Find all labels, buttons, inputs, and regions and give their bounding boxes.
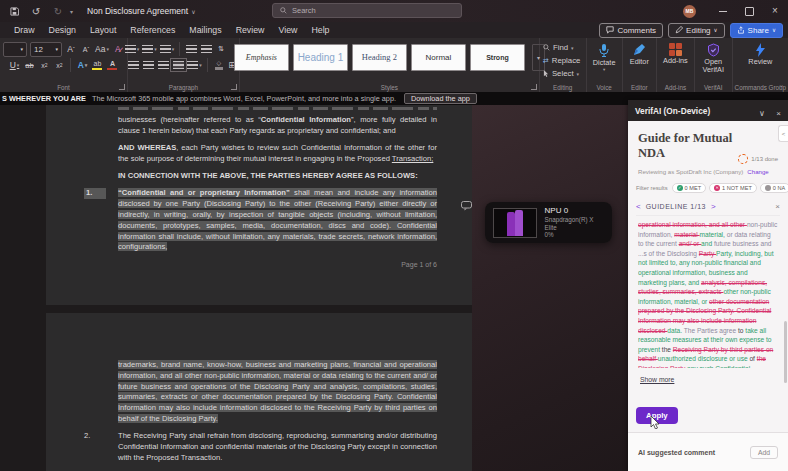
avatar[interactable]: MB [683, 5, 696, 18]
verifai-group-label: VerifAI [695, 84, 732, 91]
editing-mode-dropdown[interactable]: Editing∨ [668, 23, 725, 38]
quick-access-chevron-icon[interactable]: ▾ [70, 8, 73, 15]
editor-group-label: Editor [623, 84, 656, 91]
microphone-icon [598, 43, 610, 58]
styles-dialog-launcher-icon[interactable] [531, 84, 537, 90]
collapse-ribbon-chevron-icon[interactable]: ⌄ [778, 81, 784, 89]
superscript-button[interactable]: x2 [53, 58, 65, 72]
paragraph-businesses: businesses (hereinafter referred to as “… [118, 115, 437, 137]
tab-help[interactable]: Help [311, 25, 329, 35]
strikethrough-button[interactable]: ab [23, 58, 35, 72]
open-verifai-button[interactable]: Open VerifAI [698, 43, 729, 74]
redo-icon[interactable]: ↻ [50, 3, 66, 19]
panel-collapse-handle[interactable]: < [778, 125, 788, 142]
change-case-button[interactable]: Aa▾ [95, 42, 109, 56]
tab-review[interactable]: Review [236, 25, 265, 35]
minimize-button[interactable] [710, 0, 736, 22]
document-title[interactable]: Non Disclosure Agreement∨ [87, 6, 196, 16]
review-command-button[interactable]: Review [748, 43, 772, 66]
replace-button[interactable]: ⇄Replace [543, 54, 580, 67]
npu-name: NPU 0 [545, 206, 604, 216]
comments-button[interactable]: Comments [599, 23, 663, 38]
align-center-button[interactable] [142, 58, 154, 72]
show-more-link[interactable]: Show more [640, 376, 674, 383]
shading-button[interactable]: ◇ [213, 58, 225, 72]
numbered-list-button[interactable]: ▾ [142, 42, 157, 56]
find-button[interactable]: Find▾ [543, 41, 574, 54]
paragraph-in-connection: IN CONNECTION WITH THE ABOVE, THE PARTIE… [118, 171, 437, 182]
style-heading2[interactable]: Heading 2 [352, 44, 407, 71]
font-size-combo[interactable]: 12▾ [30, 42, 62, 57]
undo-icon[interactable]: ↺ [28, 3, 44, 19]
save-icon[interactable] [6, 3, 22, 19]
style-strong[interactable]: Strong [470, 44, 525, 71]
list-number: 2. [84, 431, 90, 442]
download-app-button[interactable]: Download the app [404, 93, 477, 104]
document-page-2[interactable]: trademarks, brand name, know-how, busine… [46, 313, 472, 471]
filter-met-pill[interactable]: ✓0 MET [672, 183, 706, 193]
change-link[interactable]: Change [747, 168, 768, 175]
line-spacing-button[interactable]: ▾ [187, 58, 202, 72]
tab-design[interactable]: Design [49, 25, 76, 35]
text-effects-button[interactable]: A▾ [76, 58, 88, 72]
select-button[interactable]: Select▾ [543, 67, 579, 80]
align-left-button[interactable] [127, 58, 139, 72]
clear-formatting-button[interactable]: A̷ [112, 42, 124, 56]
panel-chevron-down-icon[interactable]: ∨ [759, 109, 765, 118]
align-right-button[interactable] [157, 58, 169, 72]
font-dialog-launcher-icon[interactable] [119, 84, 125, 90]
list-item-2: 2. The Receiving Party shall refrain fro… [118, 431, 437, 463]
search-input[interactable]: Search [272, 3, 462, 18]
npu-monitor-widget[interactable]: NPU 0 Snapdragon(R) X Elite 0% [485, 202, 612, 243]
guideline-next-icon[interactable]: > [711, 202, 716, 211]
share-button[interactable]: Share∨ [730, 23, 783, 38]
page-indicator: Page 1 of 6 [118, 260, 437, 271]
lightning-icon [755, 43, 766, 57]
find-icon [543, 44, 550, 51]
editor-button[interactable]: Editor [630, 43, 649, 66]
bullet-list-button[interactable]: ▾ [125, 42, 140, 56]
sort-button[interactable]: ⇅ [215, 42, 227, 56]
comment-anchor-icon[interactable] [461, 197, 472, 215]
underline-button[interactable]: U▾ [8, 58, 20, 72]
guideline-prev-icon[interactable]: < [636, 202, 641, 211]
tab-mailings[interactable]: Mailings [189, 25, 221, 35]
mouse-cursor-icon [650, 415, 660, 433]
addins-button[interactable]: Add-ins [663, 43, 688, 65]
decrease-indent-button[interactable] [185, 42, 197, 56]
close-button[interactable]: × [762, 0, 788, 22]
document-page-1[interactable]: businesses (hereinafter referred to as “… [46, 105, 472, 305]
paragraph-dialog-launcher-icon[interactable] [231, 84, 237, 90]
font-name-combo[interactable]: ▾ [3, 42, 27, 57]
increase-indent-button[interactable] [200, 42, 212, 56]
tab-references[interactable]: References [130, 25, 175, 35]
filter-not-met-pill[interactable]: ✕1 NOT MET [709, 183, 757, 193]
dictate-button[interactable]: Dictate ▾ [593, 43, 616, 73]
style-emphasis[interactable]: Emphasis [234, 44, 289, 71]
style-normal[interactable]: Normal [411, 44, 466, 71]
guideline-close-icon[interactable]: × [775, 202, 780, 211]
justify-button[interactable] [172, 58, 184, 72]
add-comment-button[interactable]: Add [750, 446, 778, 459]
tab-layout[interactable]: Layout [90, 25, 116, 35]
tab-draw[interactable]: Draw [14, 25, 35, 35]
highlight-color-button[interactable]: ab [91, 58, 103, 72]
maximize-button[interactable] [736, 0, 762, 22]
tab-view[interactable]: View [278, 25, 297, 35]
reviewing-as-line: Reviewing as SpotDraft Inc (Company)Chan… [638, 168, 788, 175]
verifai-panel-body: < Guide for Mutual NDA 1/13 done Reviewi… [628, 121, 788, 471]
panel-close-icon[interactable]: × [776, 109, 781, 118]
grow-font-button[interactable]: Aˆ [65, 42, 77, 56]
shrink-font-button[interactable]: Aˇ [80, 42, 92, 56]
ribbon: ▾ 12▾ Aˆ Aˇ Aa▾ A̷ U▾ ab x2 x2 A▾ ab A F… [0, 38, 788, 93]
panel-scrollbar[interactable] [784, 321, 787, 383]
ai-suggested-comment-label: AI suggested comment [638, 449, 715, 456]
styles-group-label: Styles [240, 84, 539, 91]
check-icon: ✓ [677, 185, 683, 191]
subscript-button[interactable]: x2 [38, 58, 50, 72]
select-cursor-icon [543, 70, 549, 77]
filter-na-pill[interactable]: 0 NA [760, 183, 788, 193]
font-color-button[interactable]: A [106, 58, 118, 72]
style-heading1[interactable]: Heading 1 [293, 44, 348, 71]
multilevel-list-button[interactable]: ▾ [160, 42, 175, 56]
